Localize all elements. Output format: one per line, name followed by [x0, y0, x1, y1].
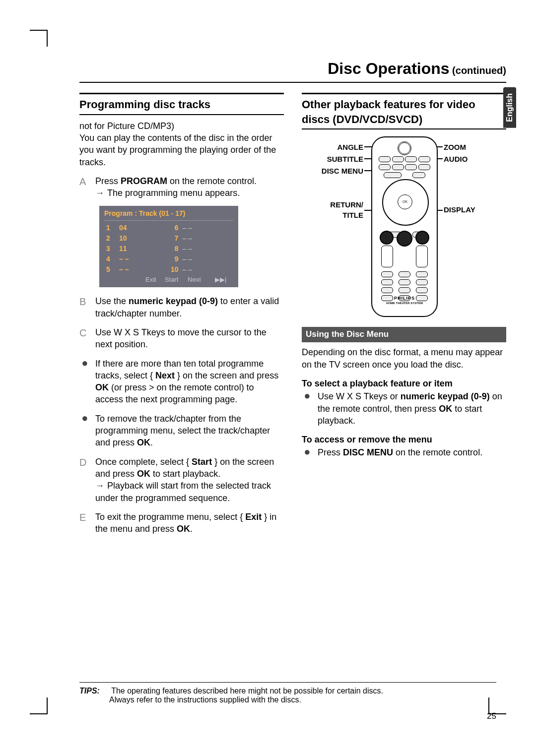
bullet-icon: ● — [79, 358, 90, 369]
step-b: B Use the numeric keypad (0-9) to enter … — [79, 295, 284, 319]
bullet-1: ● If there are more than ten total progr… — [79, 358, 284, 406]
table-row: 3118– – — [104, 244, 233, 254]
step-letter: E — [79, 511, 90, 524]
result-arrow-icon: → — [95, 481, 104, 491]
step-d: D Once complete, select { Start } on the… — [79, 456, 284, 504]
program-menu-footer: Exit Start Next ▶▶| — [104, 275, 233, 285]
bullet-2: ● To remove the track/chapter from the p… — [79, 413, 284, 449]
access-text: Press DISC MENU on the remote control. — [318, 446, 482, 458]
bullet-1-text: If there are more than ten total program… — [95, 358, 284, 406]
table-row: 2107– – — [104, 233, 233, 244]
tips-label: TIPS: — [79, 687, 109, 695]
title-sub: (continued) — [450, 65, 506, 76]
discmenu-intro: Depending on the disc format, a menu may… — [302, 346, 506, 371]
program-menu-illustration: Program : Track (01 - 17) 1046– –2107– –… — [99, 206, 238, 287]
page-number: 25 — [487, 711, 496, 721]
step-list-3: D Once complete, select { Start } on the… — [79, 456, 284, 535]
crop-mark — [47, 30, 48, 47]
language-tab: English — [503, 87, 516, 128]
remote-brand: PHILIPSHOME THEATER SYSTEM — [372, 295, 437, 305]
table-row: 5– –10– – — [104, 264, 233, 275]
ok-button-icon: OK — [398, 194, 412, 209]
label-return-title: RETURN/ TITLE — [299, 200, 363, 220]
list-item: ● Use W X S Tkeys or numeric keypad (0-9… — [302, 390, 506, 427]
program-track-table: 1046– –2107– –3118– –4– –9– –5– –10– – E… — [104, 223, 233, 284]
remote-btn-row — [378, 164, 431, 170]
intro-line2: You can play the contents of the disc in… — [79, 133, 276, 167]
tips-line1: The operating features described here mi… — [111, 687, 383, 695]
content-columns: Programming disc tracks not for Picture … — [79, 93, 506, 542]
select-text: Use W X S Tkeys or numeric keypad (0-9) … — [318, 390, 506, 427]
remote-rocker — [381, 246, 428, 267]
access-bullet: ● Press DISC MENU on the remote control. — [302, 446, 506, 458]
select-bullet: ● Use W X S Tkeys or numeric keypad (0-9… — [302, 390, 506, 427]
label-subtitle: SUBTITLE — [299, 154, 363, 164]
bullet-icon: ● — [302, 446, 313, 457]
remote-btn-row — [378, 287, 431, 293]
result-arrow-icon: → — [95, 188, 104, 198]
program-menu-header: Program : Track (01 - 17) — [104, 209, 233, 221]
step-letter: B — [79, 295, 90, 309]
label-angle: ANGLE — [299, 142, 363, 152]
label-audio: AUDIO — [444, 154, 468, 164]
step-list-2: B Use the numeric keypad (0-9) to enter … — [79, 295, 284, 350]
access-heading: To access or remove the menu — [302, 434, 506, 445]
title-main: Disc Operations — [328, 60, 449, 77]
label-display: DISPLAY — [444, 205, 475, 215]
remote-btn-row — [378, 156, 431, 162]
tips-line2: Always refer to the instructions supplie… — [109, 695, 301, 704]
label-discmenu: DISC MENU — [299, 166, 363, 176]
step-a: A Press PROGRAM on the remote control. →… — [79, 175, 284, 199]
step-e: E To exit the programme menu, select { E… — [79, 511, 284, 535]
left-column: Programming disc tracks not for Picture … — [79, 93, 284, 542]
list-item: ● Press DISC MENU on the remote control. — [302, 446, 506, 458]
crop-mark — [30, 30, 47, 31]
crop-mark — [47, 697, 48, 714]
section-heading-programming: Programming disc tracks — [79, 93, 284, 115]
bullet-icon: ● — [79, 413, 90, 424]
tips-footer: TIPS: The operating features described h… — [79, 682, 496, 704]
step-e-text: To exit the programme menu, select { Exi… — [95, 511, 284, 535]
step-d-result: Playback will start from the selected tr… — [95, 481, 271, 503]
manual-page: English Disc Operations (continued) Prog… — [0, 0, 536, 756]
remote-btn-row — [378, 172, 431, 178]
bullet-list: ● If there are more than ten total progr… — [79, 358, 284, 449]
step-c-text: Use W X S Tkeys to move the cursor to th… — [95, 326, 284, 351]
remote-media-row — [372, 231, 437, 247]
intro-line1: not for Picture CD/MP3) — [79, 121, 174, 131]
intro-text: not for Picture CD/MP3) You can play the… — [79, 120, 284, 168]
table-row: 4– –9– – — [104, 254, 233, 264]
label-zoom: ZOOM — [444, 142, 466, 152]
step-a-text: Press PROGRAM on the remote control. — [95, 176, 257, 186]
bullet-icon: ● — [302, 390, 313, 401]
section-heading-playback: Other playback features for video discs … — [302, 93, 506, 129]
step-d-text: Once complete, select { Start } on the s… — [95, 457, 274, 479]
step-list: A Press PROGRAM on the remote control. →… — [79, 175, 284, 199]
table-row: 1046– – — [104, 223, 233, 233]
step-letter: C — [79, 326, 90, 340]
remote-outline: OK PHILIPSHOME THEATER SYSTEM — [371, 136, 438, 317]
sub-heading-discmenu: Using the Disc Menu — [302, 327, 506, 342]
step-c: C Use W X S Tkeys to move the cursor to … — [79, 326, 284, 351]
remote-btn-row — [378, 271, 431, 277]
remote-diagram: ANGLE SUBTITLE DISC MENU RETURN/ TITLE Z… — [302, 136, 506, 320]
remote-btn-row — [378, 279, 431, 285]
right-column: Other playback features for video discs … — [302, 93, 506, 542]
bullet-2-text: To remove the track/chapter from the pro… — [95, 413, 284, 449]
step-a-result: The programming menu appears. — [107, 188, 240, 198]
step-letter: A — [79, 175, 90, 189]
step-b-text: Use the numeric keypad (0-9) to enter a … — [95, 295, 284, 319]
page-title: Disc Operations (continued) — [79, 60, 506, 83]
step-letter: D — [79, 456, 90, 469]
remote-dpad: OK — [382, 179, 427, 224]
select-heading: To select a playback feature or item — [302, 378, 506, 389]
crop-mark — [30, 713, 47, 714]
